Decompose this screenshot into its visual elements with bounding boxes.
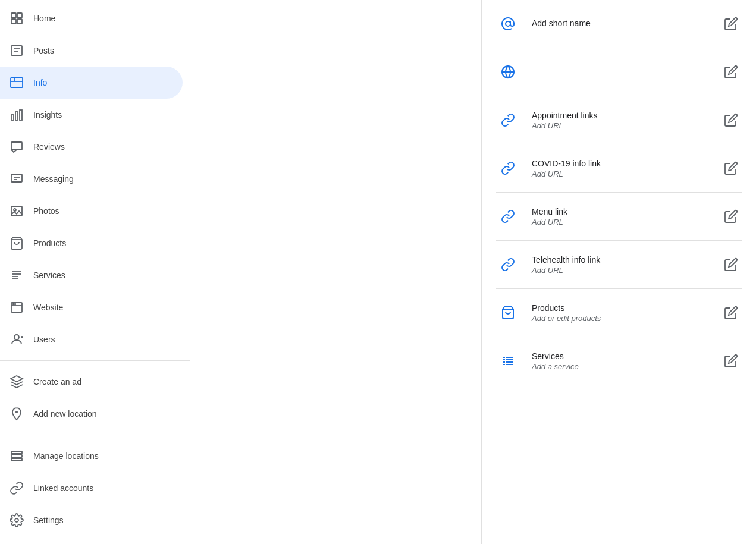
menu-link-edit-button[interactable] xyxy=(720,206,742,227)
appointment-links-row: Appointment links Add URL xyxy=(496,96,742,144)
sidebar-item-posts[interactable]: Posts xyxy=(0,34,183,67)
sidebar-item-label: Messaging xyxy=(33,174,74,184)
svg-rect-10 xyxy=(11,115,14,120)
messaging-icon xyxy=(10,172,24,186)
svg-point-27 xyxy=(15,304,16,305)
appointment-link-icon xyxy=(496,108,520,132)
website-url-row xyxy=(496,48,742,96)
users-icon xyxy=(10,332,24,347)
services-icon xyxy=(10,268,24,282)
telehealth-row: Telehealth info link Add URL xyxy=(496,241,742,289)
products-edit-button[interactable] xyxy=(720,302,742,323)
svg-point-26 xyxy=(13,304,14,305)
sidebar-item-add-location[interactable]: Add new location xyxy=(0,398,183,430)
products-content: Products Add or edit products xyxy=(532,303,708,323)
sidebar: Home Posts Info Insights Reviews Messagi… xyxy=(0,0,190,544)
website-url-edit-button[interactable] xyxy=(720,61,742,83)
menu-link-icon xyxy=(496,205,520,228)
covid-link-icon xyxy=(496,156,520,180)
covid-info-title: COVID-19 info link xyxy=(532,159,708,168)
linked-accounts-icon xyxy=(10,481,24,495)
svg-rect-12 xyxy=(20,110,22,120)
telehealth-content: Telehealth info link Add URL xyxy=(532,255,708,275)
svg-point-28 xyxy=(14,335,19,339)
sidebar-item-website[interactable]: Website xyxy=(0,291,183,323)
home-icon xyxy=(10,11,24,26)
products-row: Products Add or edit products xyxy=(496,289,742,337)
sidebar-item-label: Home xyxy=(33,14,55,23)
svg-point-36 xyxy=(15,518,18,522)
sidebar-item-users[interactable]: Users xyxy=(0,323,183,356)
covid-info-subtitle: Add URL xyxy=(532,169,708,178)
svg-rect-34 xyxy=(11,455,22,457)
sidebar-item-products[interactable]: Products xyxy=(0,227,183,259)
short-name-row: Add short name xyxy=(496,0,742,48)
left-panel xyxy=(190,0,482,544)
sidebar-item-services[interactable]: Services xyxy=(0,259,183,291)
sidebar-item-info[interactable]: Info xyxy=(0,67,183,99)
services-edit-button[interactable] xyxy=(720,350,742,372)
sidebar-item-insights[interactable]: Insights xyxy=(0,99,183,131)
reviews-icon xyxy=(10,140,24,154)
sidebar-item-label: Website xyxy=(33,303,63,312)
services-subtitle: Add a service xyxy=(532,362,708,371)
svg-rect-2 xyxy=(11,19,16,24)
settings-icon xyxy=(10,513,24,527)
svg-point-37 xyxy=(506,21,510,26)
telehealth-edit-button[interactable] xyxy=(720,254,742,275)
services-title: Services xyxy=(532,351,708,361)
short-name-edit-button[interactable] xyxy=(720,13,742,34)
covid-info-edit-button[interactable] xyxy=(720,158,742,179)
products-icon xyxy=(10,236,24,250)
services-list-icon xyxy=(496,349,520,373)
main-content: Add short name Appointment links Add UR xyxy=(190,0,756,544)
svg-rect-3 xyxy=(17,19,22,24)
svg-rect-13 xyxy=(11,142,22,150)
sidebar-item-create-ad[interactable]: Create an ad xyxy=(0,366,183,398)
menu-link-content: Menu link Add URL xyxy=(532,207,708,227)
short-name-title: Add short name xyxy=(532,18,708,28)
sidebar-item-manage-locations[interactable]: Manage locations xyxy=(0,440,183,472)
sidebar-item-label: Insights xyxy=(33,110,62,120)
sidebar-item-label: Products xyxy=(33,238,66,248)
appointment-links-subtitle: Add URL xyxy=(532,121,708,130)
menu-link-row: Menu link Add URL xyxy=(496,193,742,241)
sidebar-item-label: Posts xyxy=(33,46,54,55)
at-icon xyxy=(496,12,520,36)
appointment-links-content: Appointment links Add URL xyxy=(532,111,708,130)
sidebar-item-label: Photos xyxy=(33,206,59,216)
svg-rect-35 xyxy=(11,458,22,461)
covid-info-content: COVID-19 info link Add URL xyxy=(532,159,708,178)
svg-rect-0 xyxy=(11,13,16,18)
telehealth-link-icon xyxy=(496,253,520,276)
svg-rect-4 xyxy=(11,46,22,55)
services-content: Services Add a service xyxy=(532,351,708,371)
svg-rect-1 xyxy=(17,13,22,18)
sidebar-item-reviews[interactable]: Reviews xyxy=(0,131,183,163)
menu-link-title: Menu link xyxy=(532,207,708,216)
photos-icon xyxy=(10,204,24,218)
sidebar-item-label: Linked accounts xyxy=(33,483,93,493)
appointment-links-title: Appointment links xyxy=(532,111,708,120)
appointment-links-edit-button[interactable] xyxy=(720,109,742,131)
sidebar-item-messaging[interactable]: Messaging xyxy=(0,163,183,195)
svg-rect-11 xyxy=(15,112,18,120)
posts-icon xyxy=(10,43,24,58)
sidebar-item-home[interactable]: Home xyxy=(0,2,183,34)
sidebar-divider-1 xyxy=(0,360,190,361)
sidebar-item-label: Users xyxy=(33,335,55,344)
sidebar-item-photos[interactable]: Photos xyxy=(0,195,183,227)
sidebar-item-label: Info xyxy=(33,78,47,87)
sidebar-item-label: Create an ad xyxy=(33,377,81,386)
sidebar-item-linked-accounts[interactable]: Linked accounts xyxy=(0,472,183,504)
products-subtitle: Add or edit products xyxy=(532,314,708,323)
telehealth-title: Telehealth info link xyxy=(532,255,708,265)
short-name-content: Add short name xyxy=(532,18,708,29)
svg-rect-14 xyxy=(11,174,22,182)
add-location-icon xyxy=(10,407,24,421)
svg-rect-33 xyxy=(11,451,22,454)
sidebar-item-settings[interactable]: Settings xyxy=(0,504,183,536)
insights-icon xyxy=(10,108,24,122)
sidebar-item-label: Manage locations xyxy=(33,451,99,461)
sidebar-item-label: Services xyxy=(33,271,65,280)
